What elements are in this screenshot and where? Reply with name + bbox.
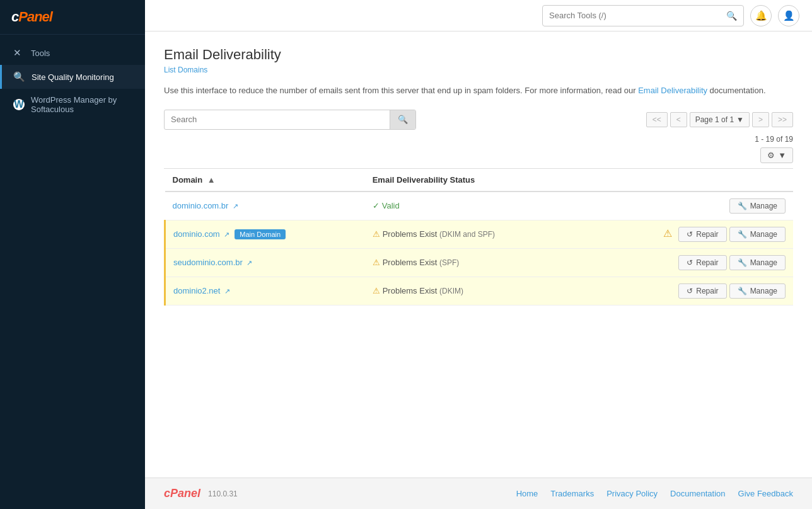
- wordpress-icon: W: [13, 99, 25, 110]
- search-tools-button[interactable]: 🔍: [720, 11, 743, 21]
- footer-link[interactable]: Privacy Policy: [606, 489, 658, 498]
- settings-button[interactable]: ⚙ ▼: [760, 147, 793, 163]
- content-area: Email Deliverability List Domains Use th…: [145, 31, 812, 478]
- pagination-last-button[interactable]: >>: [772, 112, 793, 127]
- breadcrumb: List Domains: [164, 66, 793, 74]
- search-bar: 🔍: [164, 110, 416, 130]
- table-row: dominio.com ↗Main Domain⚠Problems Exist …: [165, 220, 794, 248]
- search-input[interactable]: [165, 115, 390, 124]
- status-problem: Problems Exist (DKIM): [383, 286, 463, 295]
- footer: cPanel 110.0.31 HomeTrademarksPrivacy Po…: [145, 478, 812, 509]
- wrench-icon: 🔧: [738, 258, 747, 267]
- sidebar-nav: ✕ Tools 🔍 Site Quality Monitoring W Word…: [0, 35, 145, 127]
- footer-version: 110.0.31: [208, 489, 238, 498]
- table-header-row: Domain ▲ Email Deliverability Status: [165, 169, 794, 192]
- status-cell: ⚠Problems Exist (DKIM): [365, 277, 579, 305]
- footer-links: HomeTrademarksPrivacy PolicyDocumentatio…: [516, 489, 793, 498]
- external-link-icon: ↗: [224, 231, 229, 238]
- chevron-down-icon: ▼: [736, 115, 744, 124]
- actions-cell: ↺ Repair🔧 Manage: [579, 248, 793, 277]
- repair-icon: ↺: [687, 287, 693, 295]
- status-problem: Problems Exist (SPF): [383, 258, 460, 267]
- topbar: 🔍 🔔 👤: [145, 0, 812, 31]
- page-title: Email Deliverability: [164, 47, 793, 63]
- repair-button[interactable]: ↺ Repair: [678, 283, 726, 299]
- actions-cell: 🔧 Manage: [579, 192, 793, 220]
- notifications-button[interactable]: 🔔: [750, 5, 772, 26]
- page-info: Page 1 of 1 ▼: [690, 112, 750, 127]
- status-cell: ⚠Problems Exist (SPF): [365, 248, 579, 277]
- settings-row: ⚙ ▼: [164, 147, 793, 169]
- site-quality-icon: 🔍: [13, 71, 25, 83]
- warning-icon: ⚠: [373, 229, 380, 239]
- table-row: seudominio.com.br ↗⚠Problems Exist (SPF)…: [165, 248, 794, 277]
- footer-link[interactable]: Home: [516, 489, 538, 498]
- domain-link[interactable]: seudominio.com.br: [173, 258, 243, 267]
- domain-link[interactable]: dominio.com.br: [173, 201, 229, 210]
- sidebar: cPanel ✕ Tools 🔍 Site Quality Monitoring…: [0, 0, 145, 509]
- repair-icon: ↺: [687, 230, 693, 239]
- wrench-icon: 🔧: [738, 230, 747, 239]
- sidebar-item-wordpress-label: WordPress Manager by Softaculous: [31, 95, 134, 114]
- domain-cell: dominio.com ↗Main Domain: [165, 220, 365, 248]
- sidebar-item-site-quality-label: Site Quality Monitoring: [32, 72, 114, 82]
- domain-link[interactable]: dominio.com: [173, 229, 220, 239]
- manage-button[interactable]: 🔧 Manage: [729, 227, 786, 242]
- user-menu-button[interactable]: 👤: [778, 5, 799, 26]
- tools-icon: ✕: [13, 47, 25, 59]
- alert-icon: ⚠: [663, 228, 672, 239]
- search-tools-input[interactable]: [543, 11, 720, 20]
- pagination-controls: << < Page 1 of 1 ▼ > >>: [646, 112, 793, 127]
- domains-table: Domain ▲ Email Deliverability Status dom…: [164, 169, 793, 306]
- table-row: dominio.com.br ↗Valid🔧 Manage: [165, 192, 794, 220]
- external-link-icon: ↗: [246, 259, 252, 266]
- col-domain-header: Domain ▲: [165, 169, 365, 192]
- wrench-icon: 🔧: [738, 202, 747, 210]
- manage-button[interactable]: 🔧 Manage: [729, 255, 786, 270]
- domain-link[interactable]: dominio2.net: [173, 286, 220, 295]
- external-link-icon: ↗: [224, 287, 230, 295]
- status-valid: Valid: [373, 201, 400, 210]
- sidebar-logo: cPanel: [0, 0, 145, 35]
- actions-cell: ↺ Repair🔧 Manage: [579, 277, 793, 305]
- pagination-prev-button[interactable]: <: [670, 112, 687, 127]
- sidebar-item-tools[interactable]: ✕ Tools: [0, 41, 145, 65]
- description-link[interactable]: Email Deliverability: [638, 86, 707, 95]
- repair-button[interactable]: ↺ Repair: [678, 227, 726, 242]
- footer-link[interactable]: Documentation: [670, 489, 725, 498]
- status-cell: ⚠Problems Exist (DKIM and SPF): [365, 220, 579, 248]
- bell-icon: 🔔: [755, 10, 767, 21]
- col-status-header: Email Deliverability Status: [365, 169, 579, 192]
- repair-button[interactable]: ↺ Repair: [678, 255, 726, 270]
- pagination-first-button[interactable]: <<: [646, 112, 668, 127]
- domain-cell: dominio.com.br ↗: [165, 192, 365, 220]
- sidebar-item-site-quality-monitoring[interactable]: 🔍 Site Quality Monitoring: [0, 65, 145, 89]
- actions-cell: ⚠↺ Repair🔧 Manage: [579, 220, 793, 248]
- manage-button[interactable]: 🔧 Manage: [729, 198, 786, 214]
- main-domain-badge: Main Domain: [235, 229, 286, 239]
- footer-logo-area: cPanel 110.0.31: [164, 487, 238, 500]
- footer-link[interactable]: Give Feedback: [738, 489, 793, 498]
- sidebar-item-tools-label: Tools: [31, 49, 50, 58]
- search-tools-wrapper: 🔍: [542, 5, 744, 26]
- footer-logo: cPanel: [164, 487, 200, 500]
- cpanel-logo-text: cPanel: [11, 9, 134, 25]
- domain-cell: dominio2.net ↗: [165, 277, 365, 305]
- table-row: dominio2.net ↗⚠Problems Exist (DKIM)↺ Re…: [165, 277, 794, 305]
- repair-icon: ↺: [687, 258, 693, 267]
- sidebar-item-wordpress-manager[interactable]: W WordPress Manager by Softaculous: [0, 89, 145, 120]
- status-problem: Problems Exist (DKIM and SPF): [383, 229, 495, 239]
- footer-link[interactable]: Trademarks: [550, 489, 594, 498]
- manage-button[interactable]: 🔧 Manage: [729, 283, 786, 299]
- breadcrumb-link[interactable]: List Domains: [164, 66, 207, 74]
- pagination-next-button[interactable]: >: [752, 112, 769, 127]
- domain-cell: seudominio.com.br ↗: [165, 248, 365, 277]
- user-icon: 👤: [783, 10, 795, 21]
- wrench-icon: 🔧: [738, 287, 747, 295]
- results-count: 1 - 19 of 19: [164, 135, 793, 144]
- search-button[interactable]: 🔍: [390, 110, 415, 129]
- main-area: 🔍 🔔 👤 Email Deliverability List Domains …: [145, 0, 812, 509]
- sort-icon: ▲: [207, 175, 216, 185]
- description: Use this interface to reduce the number …: [164, 84, 793, 97]
- toolbar: 🔍 << < Page 1 of 1 ▼ > >>: [164, 110, 793, 130]
